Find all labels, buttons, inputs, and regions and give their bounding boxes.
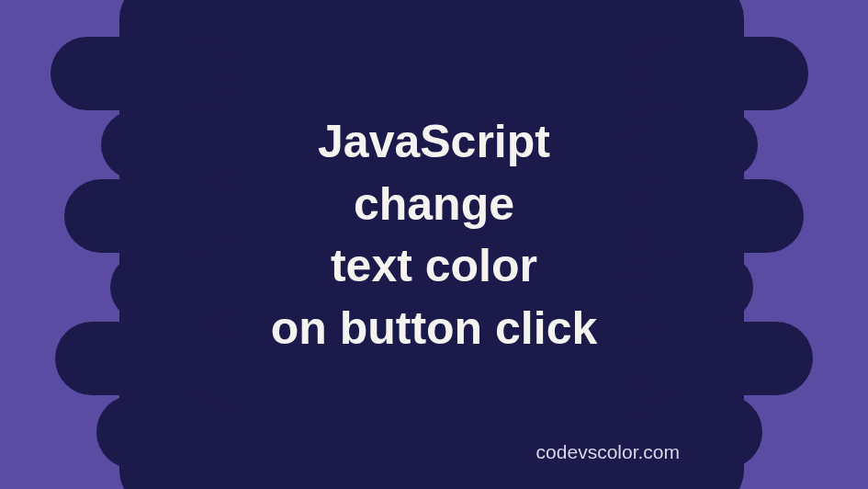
- title-line-3: text color: [271, 235, 598, 298]
- content-container: JavaScript change text color on button c…: [0, 0, 868, 489]
- main-title: JavaScript change text color on button c…: [271, 111, 598, 359]
- title-line-1: JavaScript: [271, 111, 598, 174]
- footer-attribution: codevscolor.com: [536, 441, 680, 463]
- title-line-2: change: [271, 174, 598, 236]
- title-line-4: on button click: [271, 298, 598, 360]
